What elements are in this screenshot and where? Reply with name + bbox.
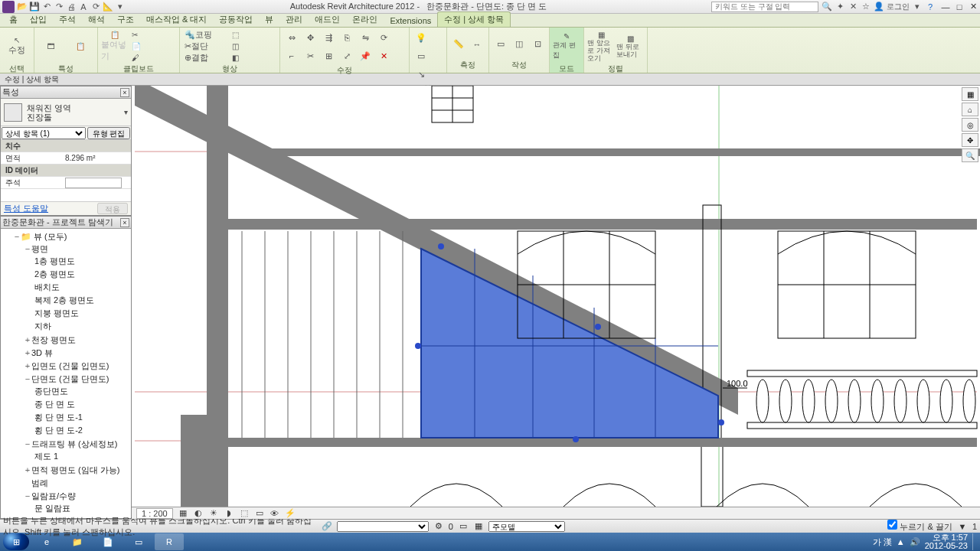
- view-opt2[interactable]: ▭: [413, 47, 430, 64]
- exclude-icon[interactable]: ▦: [473, 521, 484, 532]
- tree-3d[interactable]: +3D 뷰: [24, 347, 129, 360]
- tab-collab[interactable]: 공동작업: [213, 12, 259, 27]
- instance-filter-select[interactable]: 상세 항목 (1): [2, 127, 86, 139]
- cut-button[interactable]: ✂: [130, 29, 176, 40]
- search-icon[interactable]: 🔍: [822, 2, 832, 12]
- properties-button[interactable]: 🗔: [38, 29, 65, 63]
- crop-icon[interactable]: ⬚: [239, 509, 250, 518]
- send-back-button[interactable]: ▩맨 뒤로 보내기: [616, 29, 644, 63]
- tray-date[interactable]: 2012-05-23: [925, 542, 968, 550]
- move-button[interactable]: ✥: [302, 29, 318, 46]
- geom-opt2[interactable]: ◫: [230, 41, 276, 51]
- copy-button[interactable]: 📄: [130, 41, 176, 51]
- coping-button[interactable]: 🔩 코핑: [183, 29, 229, 40]
- tab-manage[interactable]: 관리: [279, 12, 309, 27]
- properties-help-link[interactable]: 특성 도움말: [4, 203, 48, 214]
- cut-geom-button[interactable]: ✂ 절단: [183, 41, 229, 51]
- tree-root[interactable]: −📁 뷰 (모두) −평면 1층 평면도 2층 평면도 배치도 복제 2층 평면…: [13, 230, 129, 517]
- tab-massing[interactable]: 매스작업 & 대지: [140, 12, 213, 27]
- tree-item[interactable]: 문 일람표: [34, 502, 129, 515]
- rotate-button[interactable]: ⟳: [375, 29, 392, 46]
- view-opt3[interactable]: ↘: [413, 66, 430, 83]
- signin-label[interactable]: 로그인: [887, 2, 910, 12]
- app-icon[interactable]: [2, 1, 15, 13]
- dim-button[interactable]: ↔: [469, 36, 485, 53]
- chevron-down-icon[interactable]: ▾: [124, 108, 128, 116]
- measure-button[interactable]: 📏: [450, 36, 467, 53]
- favorite-icon[interactable]: ☆: [861, 2, 871, 12]
- navbar-toggle-icon[interactable]: ▦: [962, 87, 978, 101]
- undo-icon[interactable]: ↶: [41, 2, 52, 12]
- create3[interactable]: ⊡: [529, 36, 546, 53]
- pin-button[interactable]: 📌: [357, 47, 374, 64]
- apply-button[interactable]: 적용: [97, 203, 128, 214]
- tree-item[interactable]: 2층 평면도: [34, 268, 129, 281]
- paste-button[interactable]: 📋붙여넣기: [101, 29, 129, 63]
- close-icon[interactable]: ×: [120, 218, 129, 227]
- start-button[interactable]: ⊞: [2, 533, 31, 550]
- workset-select[interactable]: [337, 521, 429, 532]
- split-button[interactable]: ✂: [302, 47, 318, 64]
- comment-input[interactable]: [65, 178, 122, 188]
- press-drag-toggle[interactable]: 누르기 & 끌기: [887, 520, 952, 533]
- tree-draft[interactable]: −드래프팅 뷰 (상세정보) 제도 1: [24, 438, 129, 464]
- exchange-icon[interactable]: ✕: [848, 2, 858, 12]
- crop-show-icon[interactable]: ▭: [254, 509, 265, 518]
- array-button[interactable]: ⊞: [320, 47, 337, 64]
- zoom-icon[interactable]: 🔍: [962, 148, 978, 162]
- bring-front-button[interactable]: ▦맨 앞으로 가져오기: [587, 29, 615, 63]
- geom-opt3[interactable]: ◧: [230, 52, 276, 63]
- tree-item[interactable]: 횡 단 면 도-1: [34, 411, 129, 424]
- tree-item[interactable]: 종단면도: [34, 385, 129, 398]
- tree-item[interactable]: 1층 평면도: [34, 255, 129, 268]
- tray-icon[interactable]: ▲: [897, 537, 905, 546]
- close-icon[interactable]: ×: [120, 88, 129, 97]
- sun-icon[interactable]: ☀: [208, 509, 219, 518]
- type-selector[interactable]: 채워진 영역진장돌 ▾: [1, 99, 131, 126]
- taskbar-app1[interactable]: 📄: [93, 533, 122, 550]
- view-opt1[interactable]: 💡: [413, 29, 430, 46]
- pan-icon[interactable]: ✥: [962, 133, 978, 147]
- taskbar-explorer[interactable]: 📁: [63, 533, 92, 550]
- tree-item[interactable]: 제도 1: [34, 450, 129, 463]
- hide-icon[interactable]: 👁: [270, 509, 280, 518]
- subscription-icon[interactable]: ✦: [835, 2, 845, 12]
- tab-online[interactable]: 온라인: [346, 12, 384, 27]
- geom-opt1[interactable]: ⬚: [230, 29, 276, 40]
- minimize-button[interactable]: —: [939, 2, 952, 12]
- tree-item[interactable]: 지붕 평면도: [34, 307, 129, 320]
- join-geom-button[interactable]: ⊕ 결합: [183, 52, 229, 63]
- tree-item[interactable]: 복제 2층 평면도: [34, 294, 129, 307]
- edit-type-button[interactable]: 유형 편집: [87, 127, 130, 139]
- visual-style-icon[interactable]: ◐: [193, 509, 204, 518]
- reveal-icon[interactable]: ⚡: [285, 509, 296, 518]
- sync-icon[interactable]: ⟳: [90, 2, 101, 12]
- signin-icon[interactable]: 👤: [874, 2, 884, 12]
- copy-mod-button[interactable]: ⎘: [338, 29, 355, 46]
- steering-icon[interactable]: ◎: [962, 118, 978, 132]
- tab-insert[interactable]: 삽입: [24, 12, 53, 27]
- tree-item[interactable]: 배치도: [34, 281, 129, 294]
- tree-elev[interactable]: +입면도 (건물 입면도): [24, 360, 129, 373]
- tab-annotate[interactable]: 주석: [53, 12, 82, 27]
- tree-sched[interactable]: −일람표/수량 문 일람표: [24, 490, 129, 516]
- tab-view[interactable]: 뷰: [259, 12, 279, 27]
- shadow-icon[interactable]: ◗: [224, 509, 234, 518]
- text-icon[interactable]: A: [78, 2, 89, 12]
- more-icon[interactable]: ▾: [115, 2, 126, 12]
- taskbar-revit[interactable]: R: [155, 533, 184, 550]
- create1[interactable]: ▭: [492, 36, 509, 53]
- tree-item[interactable]: 지하: [34, 320, 129, 333]
- view-scale[interactable]: 1 : 200: [136, 508, 173, 519]
- print-icon[interactable]: 🖨: [66, 2, 77, 12]
- tree-plans[interactable]: −평면 1층 평면도 2층 평면도 배치도 복제 2층 평면도 지붕 평면도 지…: [24, 243, 129, 334]
- trim-button[interactable]: ⌐: [283, 47, 300, 64]
- workset-icon[interactable]: 🔗: [322, 521, 332, 532]
- tab-analyze[interactable]: 해석: [82, 12, 111, 27]
- tree-ceiling[interactable]: +천장 평면도: [24, 334, 129, 347]
- delete-button[interactable]: ✕: [375, 47, 392, 64]
- detail-level-icon[interactable]: ▦: [178, 509, 188, 518]
- modify-button[interactable]: ↖수정: [3, 29, 31, 63]
- tree-item[interactable]: 종 단 면 도: [34, 398, 129, 411]
- dropdown-icon[interactable]: ▾: [912, 2, 923, 12]
